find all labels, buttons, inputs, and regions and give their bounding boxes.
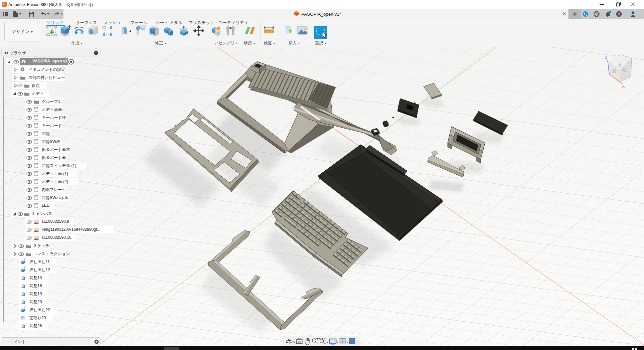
- svg-text:X: X: [622, 84, 625, 89]
- svg-text:PASOPIA_open v1*: PASOPIA_open v1*: [301, 12, 341, 17]
- svg-text:Z: Z: [605, 55, 607, 60]
- svg-text:?: ?: [618, 12, 621, 17]
